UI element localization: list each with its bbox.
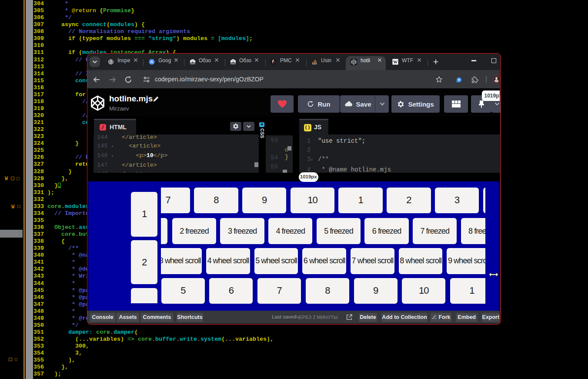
svg-text:W: W	[393, 60, 398, 64]
svg-text:A: A	[150, 60, 154, 64]
